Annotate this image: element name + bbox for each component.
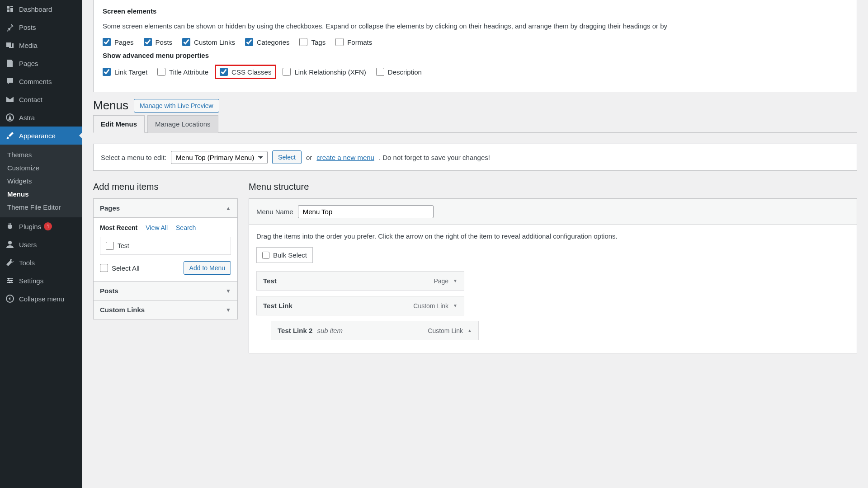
add-menu-items-heading: Add menu items <box>93 182 238 192</box>
sidebar-item-settings[interactable]: Settings <box>0 272 82 290</box>
checkbox-custom-links[interactable]: Custom Links <box>182 38 235 46</box>
advanced-props-checkboxes: Link Target Title Attribute CSS Classes … <box>103 66 848 77</box>
menu-columns: Add menu items Pages ▲ Most Recent View … <box>82 171 868 364</box>
chevron-down-icon: ▼ <box>226 288 231 294</box>
sidebar-label: Users <box>19 241 37 249</box>
checkbox-categories[interactable]: Categories <box>245 38 290 46</box>
checkbox-tags[interactable]: Tags <box>299 38 326 46</box>
tab-manage-locations[interactable]: Manage Locations <box>147 115 218 133</box>
checkbox-description[interactable]: Description <box>376 68 422 76</box>
menu-item-type: Page <box>434 277 448 285</box>
tab-view-all[interactable]: View All <box>146 224 168 231</box>
svg-point-1 <box>8 241 12 244</box>
menu-item-test-link[interactable]: Test Link Custom Link ▼ <box>256 296 464 315</box>
sidebar-label: Plugins <box>19 223 41 230</box>
accordion-posts-header[interactable]: Posts ▼ <box>94 282 237 300</box>
highlight-css-classes: CSS Classes <box>215 65 276 79</box>
menu-item-test-link-2[interactable]: Test Link 2 sub item Custom Link ▲ <box>271 321 479 340</box>
sidebar-label: Media <box>19 42 38 49</box>
chevron-up-icon[interactable]: ▲ <box>467 328 472 333</box>
sidebar-item-collapse[interactable]: Collapse menu <box>0 290 82 308</box>
add-to-menu-button[interactable]: Add to Menu <box>184 261 231 275</box>
menu-instructions: Drag the items into the order you prefer… <box>256 232 849 240</box>
pages-item-list: Test <box>100 237 231 255</box>
sidebar-item-users[interactable]: Users <box>0 235 82 253</box>
submenu-themes[interactable]: Themes <box>0 148 82 161</box>
chevron-down-icon[interactable]: ▼ <box>453 278 458 283</box>
plugins-badge: 1 <box>44 222 52 230</box>
menu-item-title: Test Link <box>263 302 292 310</box>
checkbox-link-target[interactable]: Link Target <box>103 68 147 76</box>
sidebar-item-media[interactable]: Media <box>0 36 82 54</box>
menu-select[interactable]: Menu Top (Primary Menu) <box>171 151 268 164</box>
sidebar-item-astra[interactable]: Astra <box>0 108 82 127</box>
select-button[interactable]: Select <box>272 150 302 164</box>
menu-item-test[interactable]: Test Page ▼ <box>256 271 464 291</box>
select-menu-prompt: Select a menu to edit: <box>101 154 166 161</box>
select-menu-bar: Select a menu to edit: Menu Top (Primary… <box>93 144 857 171</box>
collapse-icon <box>5 294 14 303</box>
menu-name-input[interactable] <box>298 205 434 218</box>
accordion-custom-links-title: Custom Links <box>100 306 145 314</box>
brush-icon <box>5 131 14 140</box>
chevron-up-icon: ▲ <box>226 205 231 211</box>
checkbox-css-classes[interactable]: CSS Classes <box>220 68 271 76</box>
screen-elements-heading: Screen elements <box>103 7 848 15</box>
sidebar-item-plugins[interactable]: Plugins 1 <box>0 217 82 235</box>
sidebar-item-dashboard[interactable]: Dashboard <box>0 0 82 18</box>
checkbox-posts[interactable]: Posts <box>144 38 173 46</box>
create-new-menu-link[interactable]: create a new menu <box>316 154 374 161</box>
screen-element-checkboxes: Pages Posts Custom Links Categories Tags… <box>103 38 848 46</box>
accordion-posts-title: Posts <box>100 287 118 295</box>
bulk-select[interactable]: Bulk Select <box>256 247 313 263</box>
tab-edit-menus[interactable]: Edit Menus <box>93 115 145 133</box>
menu-structure-box: Menu Name Drag the items into the order … <box>249 198 857 353</box>
sidebar-item-appearance[interactable]: Appearance <box>0 127 82 145</box>
menu-item-meta: Custom Link ▼ <box>413 302 458 310</box>
sidebar-label: Posts <box>19 23 36 31</box>
page-title: Menus <box>93 99 128 113</box>
accordion-posts: Posts ▼ <box>93 281 238 300</box>
tab-search[interactable]: Search <box>176 224 196 231</box>
chevron-down-icon: ▼ <box>226 307 231 313</box>
menu-item-type: Custom Link <box>413 302 448 310</box>
nav-tabs: Edit Menus Manage Locations <box>93 115 857 133</box>
page-item-test[interactable]: Test <box>106 242 225 250</box>
screen-options-panel: Screen elements Some screen elements can… <box>93 0 857 92</box>
pages-inner-tabs: Most Recent View All Search <box>100 224 231 231</box>
checkbox-formats[interactable]: Formats <box>335 38 372 46</box>
sidebar-item-tools[interactable]: Tools <box>0 253 82 272</box>
sidebar-item-contact[interactable]: Contact <box>0 90 82 108</box>
submenu-menus[interactable]: Menus <box>0 188 82 201</box>
sidebar-item-posts[interactable]: Posts <box>0 18 82 36</box>
submenu-widgets[interactable]: Widgets <box>0 174 82 188</box>
sidebar-label: Settings <box>19 277 43 285</box>
submenu-theme-file-editor[interactable]: Theme File Editor <box>0 201 82 214</box>
menu-item-meta: Custom Link ▲ <box>428 327 472 334</box>
menu-item-type: Custom Link <box>428 327 463 334</box>
checkbox-pages[interactable]: Pages <box>103 38 134 46</box>
sidebar-item-pages[interactable]: Pages <box>0 54 82 72</box>
wrench-icon <box>5 258 14 267</box>
chevron-down-icon[interactable]: ▼ <box>453 303 458 308</box>
pages-footer: Select All Add to Menu <box>100 261 231 275</box>
checkbox-title-attribute[interactable]: Title Attribute <box>157 68 208 76</box>
mail-icon <box>5 95 14 104</box>
accordion-custom-links-header[interactable]: Custom Links ▼ <box>94 300 237 319</box>
menu-structure-heading: Menu structure <box>249 182 857 192</box>
tab-most-recent[interactable]: Most Recent <box>100 224 137 231</box>
live-preview-button[interactable]: Manage with Live Preview <box>134 99 219 113</box>
sidebar-label: Contact <box>19 96 42 103</box>
page-heading-row: Menus Manage with Live Preview <box>82 92 868 115</box>
accordion-pages-title: Pages <box>100 204 120 212</box>
pin-icon <box>5 23 14 32</box>
sidebar-item-comments[interactable]: Comments <box>0 72 82 90</box>
accordion-custom-links: Custom Links ▼ <box>93 300 238 319</box>
accordion-pages-header[interactable]: Pages ▲ <box>94 199 237 217</box>
submenu-customize[interactable]: Customize <box>0 161 82 174</box>
accordion-pages-body: Most Recent View All Search Test Select … <box>94 217 237 281</box>
select-all-pages[interactable]: Select All <box>100 264 140 272</box>
checkbox-link-relationship[interactable]: Link Relationship (XFN) <box>283 68 366 76</box>
menu-item-title: Test Link 2 sub item <box>278 327 343 334</box>
settings-icon <box>5 276 14 285</box>
